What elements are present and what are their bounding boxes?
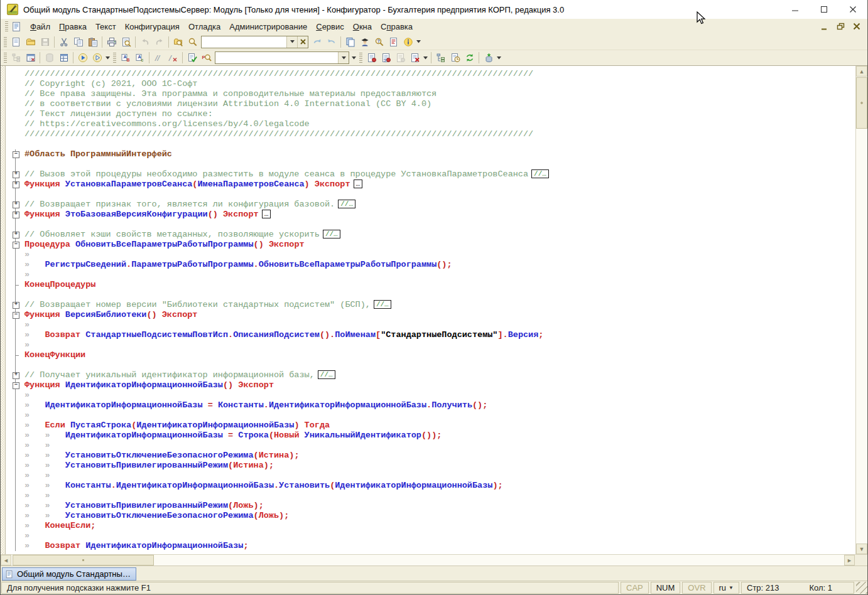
maximize-button[interactable] [810, 0, 838, 19]
autoformat-block-button[interactable] [133, 51, 147, 65]
add-bookmark-button[interactable] [364, 51, 379, 65]
templates-button[interactable] [386, 35, 401, 49]
collapsed-body-box[interactable]: … [262, 210, 271, 218]
format-block-button[interactable] [118, 51, 133, 65]
paste-button[interactable] [85, 35, 100, 49]
refresh-module-button[interactable] [462, 51, 477, 65]
configuration-window-button[interactable] [23, 51, 38, 65]
save-button[interactable] [38, 35, 52, 49]
fold-collapse-icon[interactable] [6, 310, 24, 320]
horizontal-scroll-track[interactable] [11, 555, 844, 566]
start-without-debugging-button[interactable] [90, 51, 104, 65]
collapsed-comment-box[interactable]: //… [318, 370, 335, 379]
menu-debug[interactable]: Отладка [184, 21, 225, 33]
search-input[interactable] [202, 36, 286, 48]
syntax-check-button[interactable] [185, 51, 199, 65]
menu-file[interactable]: Файл [26, 21, 55, 33]
update-db-configuration-button[interactable] [481, 51, 496, 65]
configuration-tree-button[interactable] [9, 51, 23, 65]
child-close-button[interactable] [849, 20, 865, 33]
new-file-button[interactable] [9, 35, 23, 49]
fold-expand-icon[interactable] [6, 300, 24, 310]
toolbar-grip[interactable] [113, 53, 116, 63]
menu-administration[interactable]: Администрирование [225, 21, 312, 33]
vertical-scrollbar[interactable]: ▲ ▼ [855, 66, 867, 554]
scroll-down-button[interactable]: ▼ [856, 544, 867, 554]
title-bar[interactable]: Общий модуль СтандартныеПодсистемыСервер… [1, 0, 867, 19]
search-dropdown-button[interactable] [286, 36, 297, 48]
collapsed-comment-box[interactable]: //… [323, 230, 340, 239]
menu-configuration[interactable]: Конфигурация [121, 21, 184, 33]
clear-bookmarks-button[interactable] [408, 51, 422, 65]
find-button[interactable] [185, 35, 200, 49]
child-minimize-button[interactable] [816, 20, 832, 33]
toolbar-overflow-button[interactable] [422, 51, 429, 65]
next-bookmark-button[interactable] [379, 51, 393, 65]
menu-edit[interactable]: Правка [55, 21, 91, 33]
menubar-grip[interactable] [5, 21, 8, 31]
print-preview-button[interactable] [119, 35, 133, 49]
performance-measure-button[interactable] [448, 51, 462, 65]
find-in-files-button[interactable] [171, 35, 185, 49]
search-clear-button[interactable] [297, 36, 308, 48]
child-restore-button[interactable] [832, 20, 849, 33]
search-combobox[interactable] [201, 36, 308, 48]
fold-collapse-icon[interactable] [6, 380, 24, 390]
horizontal-scroll-thumb[interactable] [13, 555, 154, 566]
fold-collapse-icon[interactable] [6, 149, 24, 159]
menu-help[interactable]: Справка [376, 21, 417, 33]
find-in-syntax-assistant-button[interactable] [372, 35, 386, 49]
menu-windows[interactable]: Окна [349, 21, 376, 33]
collapsed-comment-box[interactable]: //… [374, 300, 391, 309]
print-button[interactable] [104, 35, 119, 49]
toolbar-grip[interactable] [4, 53, 7, 63]
fold-expand-icon[interactable] [6, 180, 24, 190]
start-debugging-button[interactable] [75, 51, 90, 65]
fold-expand-icon[interactable] [6, 370, 24, 380]
find-previous-button[interactable] [310, 35, 324, 49]
procedures-functions-button[interactable] [199, 51, 214, 65]
call-hierarchy-button[interactable] [433, 51, 448, 65]
resize-grip[interactable] [856, 582, 867, 594]
collapsed-comment-box[interactable]: //… [338, 200, 355, 208]
toolbar-overflow-button[interactable] [415, 35, 422, 49]
scroll-left-button[interactable]: ◄ [1, 555, 11, 566]
menu-text[interactable]: Текст [91, 21, 121, 33]
database-configuration-button[interactable] [42, 51, 57, 65]
collapsed-comment-box[interactable]: //… [531, 169, 549, 178]
scroll-right-button[interactable]: ► [844, 555, 855, 566]
find-next-button[interactable] [324, 35, 339, 49]
scroll-up-button[interactable]: ▲ [856, 66, 867, 77]
window-tab-module[interactable]: Общий модуль Стандартны… [2, 567, 136, 581]
redo-button[interactable] [152, 35, 166, 49]
code-editor[interactable]: ////////////////////////////////////////… [1, 65, 867, 554]
undo-button[interactable] [138, 35, 152, 49]
vertical-scroll-thumb[interactable] [856, 77, 867, 129]
toolbar-overflow-button[interactable] [104, 51, 111, 65]
procedure-dropdown-button[interactable] [338, 52, 349, 63]
remove-comment-button[interactable] [166, 51, 180, 65]
about-button[interactable] [401, 35, 415, 49]
previous-bookmark-button[interactable] [393, 51, 408, 65]
procedure-input[interactable] [215, 52, 338, 63]
close-button[interactable] [838, 0, 867, 19]
fold-expand-icon[interactable] [6, 169, 24, 180]
toolbar-grip[interactable] [359, 53, 362, 63]
horizontal-scrollbar[interactable]: ◄ ► [1, 554, 867, 566]
syntax-assistant-button[interactable] [357, 35, 372, 49]
collapsed-body-box[interactable]: … [354, 180, 363, 188]
toolbar-overflow-button[interactable] [496, 51, 502, 65]
breakpoint-margin[interactable] [1, 66, 6, 554]
open-file-button[interactable] [23, 35, 38, 49]
module-document-icon[interactable] [11, 21, 22, 32]
language-selector[interactable]: ru ▼ [713, 582, 739, 594]
fold-expand-icon[interactable] [6, 200, 24, 210]
procedure-combobox[interactable] [215, 51, 349, 64]
fold-expand-icon[interactable] [6, 230, 24, 240]
toolbar-overflow-button[interactable] [350, 51, 357, 65]
fold-collapse-icon[interactable] [6, 240, 24, 250]
add-comment-button[interactable] [151, 51, 166, 65]
toolbar-grip[interactable] [4, 37, 7, 47]
cut-button[interactable] [57, 35, 71, 49]
copy-button[interactable] [71, 35, 85, 49]
